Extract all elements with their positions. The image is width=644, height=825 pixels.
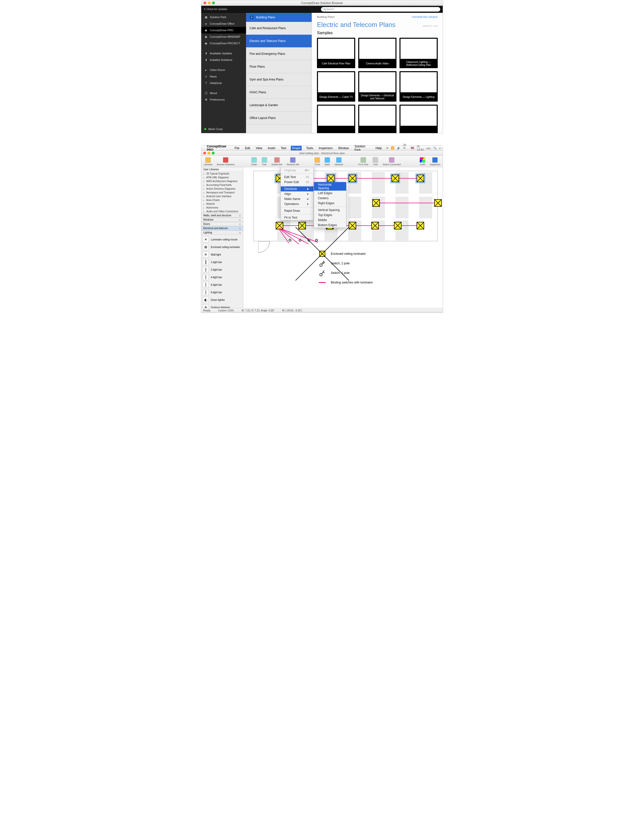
menu-help[interactable]: Help <box>375 146 383 150</box>
library-item[interactable]: ATM UML Diagrams <box>201 176 243 179</box>
toolbar-inspectors[interactable]: Inspectors <box>430 157 440 166</box>
luminaire-shape[interactable] <box>434 199 442 207</box>
library-section[interactable]: Walls, shell and structure⊗ <box>201 213 243 218</box>
toolbar-libraries[interactable]: Libraries <box>204 157 213 166</box>
sidebar-item[interactable]: ⬇Available Updates <box>201 50 246 57</box>
submenu-item[interactable]: Right Edges <box>314 201 346 206</box>
menu-text[interactable]: Text <box>280 146 287 150</box>
luminaire-shape[interactable] <box>417 175 424 182</box>
submenu-item[interactable]: Top Edges <box>314 213 346 218</box>
check-updates-button[interactable]: ↻ Check for Updates <box>204 8 319 11</box>
submenu-item[interactable]: Bottom Edges <box>314 222 346 228</box>
sample-card[interactable]: Classroom Lighting — Reflected Ceiling P… <box>400 38 438 68</box>
category-item[interactable]: HVAC Plans <box>246 86 312 99</box>
toolbar-chain[interactable]: Chain <box>251 157 257 166</box>
submenu-item[interactable]: Left Edges <box>314 191 346 196</box>
library-item[interactable]: Artwork <box>201 202 243 206</box>
clock[interactable]: Пт 13:42 <box>417 145 424 151</box>
luminaire-shape[interactable] <box>372 199 380 207</box>
luminaire-shape[interactable] <box>349 175 356 182</box>
search-icon[interactable]: 🔍 <box>433 147 437 150</box>
stencil-item[interactable]: ┋6-light bar <box>202 281 242 289</box>
stencil-item[interactable]: ✕Luminaire ceiling mount <box>202 236 242 243</box>
submenu-item[interactable]: Centers <box>314 196 346 201</box>
close-icon[interactable]: ⊗ <box>239 227 241 230</box>
stencil-item[interactable]: ⊠Enclosed ceiling luminaire <box>202 243 242 251</box>
menu-insert[interactable]: Insert <box>267 146 276 150</box>
toolbar-fit-to-text[interactable]: Fit to Text <box>358 157 368 166</box>
volume-icon[interactable]: 🔊 <box>397 147 400 150</box>
close-icon[interactable]: ⊗ <box>239 219 241 221</box>
toolbar-reverse-link[interactable]: Reverse link <box>287 157 300 166</box>
menu-edit[interactable]: Edit <box>244 146 251 150</box>
category-item[interactable]: Landscape & Garden <box>246 99 312 112</box>
menu-item[interactable]: Rapid Draw <box>281 208 314 213</box>
stencil-item[interactable]: ┋4-light bar <box>202 273 242 281</box>
switch-shape[interactable] <box>289 239 291 241</box>
close-icon[interactable]: ⊗ <box>239 232 241 234</box>
library-item[interactable]: Android User Interface <box>201 195 243 198</box>
sidebar-item[interactable]: ⓘAbout <box>201 90 246 96</box>
sidebar-item[interactable]: ?HelpDesk <box>201 80 246 86</box>
submenu-item[interactable]: Middle <box>314 218 346 222</box>
toolbar-color[interactable]: Color <box>420 157 425 166</box>
menu-view[interactable]: View <box>255 146 263 150</box>
close-icon[interactable]: ⊗ <box>239 214 241 217</box>
sample-card[interactable]: Cafe Electrical Floor Plan <box>317 38 355 68</box>
menu-item[interactable]: Power EditF6 <box>281 179 314 185</box>
library-section[interactable]: Electrical and telecom⊗ <box>201 226 243 230</box>
search-input[interactable]: 🔍 Search <box>321 7 440 12</box>
library-section[interactable]: Doors⊗ <box>201 222 243 226</box>
sample-card[interactable] <box>358 105 397 133</box>
stencil-item[interactable]: ◐Down lighter <box>202 296 242 304</box>
library-item[interactable]: Area Charts <box>201 198 243 202</box>
category-item[interactable]: Floor Plans <box>246 60 312 73</box>
category-item[interactable]: Gym and Spa Area Plans <box>246 73 312 86</box>
sample-card[interactable] <box>317 105 355 133</box>
library-item[interactable]: Aerospace and Transport <box>201 191 243 195</box>
toolbar-grid[interactable]: Grid <box>372 157 378 166</box>
library-section[interactable]: Windows⊗ <box>201 218 243 222</box>
category-item[interactable]: Cafe and Restaurant Plans <box>246 22 312 35</box>
menu-item[interactable]: Fit to Text <box>281 215 314 220</box>
menu-item[interactable]: Operations▶ <box>281 201 314 207</box>
library-item[interactable]: 25 Typical Orgcharts <box>201 172 243 176</box>
library-item[interactable]: AWS Architecture Diagrams <box>201 179 243 183</box>
sidebar-item[interactable]: ≡News <box>201 73 246 80</box>
library-item[interactable]: Accounting Flowcharts <box>201 183 243 187</box>
sample-card[interactable]: Design Elements — Lighting <box>400 71 438 102</box>
menu-window[interactable]: Window <box>337 146 350 150</box>
status-zoom[interactable]: Custom 110% <box>218 309 234 312</box>
category-item[interactable]: Office Layout Plans <box>246 112 312 125</box>
menu-item[interactable]: Edit TextF5 <box>281 175 314 179</box>
sidebar-item[interactable]: ▦Solution Park <box>201 14 246 20</box>
menu-inspectors[interactable]: Inspectors <box>318 146 334 150</box>
stencil-item[interactable]: ✕Wall light <box>202 251 242 258</box>
library-item[interactable]: Astronomy <box>201 206 243 210</box>
drawing-canvas[interactable]: Enclosed ceiling luminaire Switch, 2 pol… <box>243 167 443 308</box>
sample-card[interactable]: Design Elements — Electrical and Telecom <box>358 71 397 102</box>
stencil-item[interactable]: ┇2-light bar <box>202 266 242 273</box>
sidebar-item[interactable]: ◎ConceptDraw Office <box>201 20 246 27</box>
luminaire-shape[interactable] <box>349 222 356 229</box>
toolbar-select-connected[interactable]: Select Connected <box>383 157 400 166</box>
toolbar-identical[interactable]: Identical <box>335 157 343 166</box>
library-item[interactable]: Active Directory Diagrams <box>201 187 243 191</box>
library-item[interactable]: Audio and Video Connectors <box>201 210 243 213</box>
luminaire-shape[interactable] <box>394 222 402 229</box>
toolbar-front[interactable]: Front <box>315 157 320 166</box>
stencil-item[interactable]: ┃1-light bar <box>202 258 242 266</box>
sidebar-item[interactable]: ◉ConceptDraw PROJECT <box>201 40 246 46</box>
user-account[interactable]: Marie Coop <box>201 125 246 133</box>
menu-file[interactable]: File <box>233 146 240 150</box>
sidebar-item[interactable]: ⬇Installed Solutions <box>201 57 246 63</box>
luminaire-shape[interactable] <box>417 222 424 229</box>
user-menu[interactable]: cso <box>426 147 431 150</box>
luminaire-shape[interactable] <box>327 175 335 182</box>
luminaire-shape[interactable] <box>276 222 283 229</box>
sample-card[interactable]: Cinema Audio Video <box>358 38 397 68</box>
submenu-item[interactable]: Horizontal Spacing <box>314 182 346 191</box>
flag-icon[interactable]: 🇺🇸 <box>411 147 414 150</box>
luminaire-shape[interactable] <box>298 222 306 229</box>
stencil-item[interactable]: ※Outdoor lightning <box>202 304 242 308</box>
